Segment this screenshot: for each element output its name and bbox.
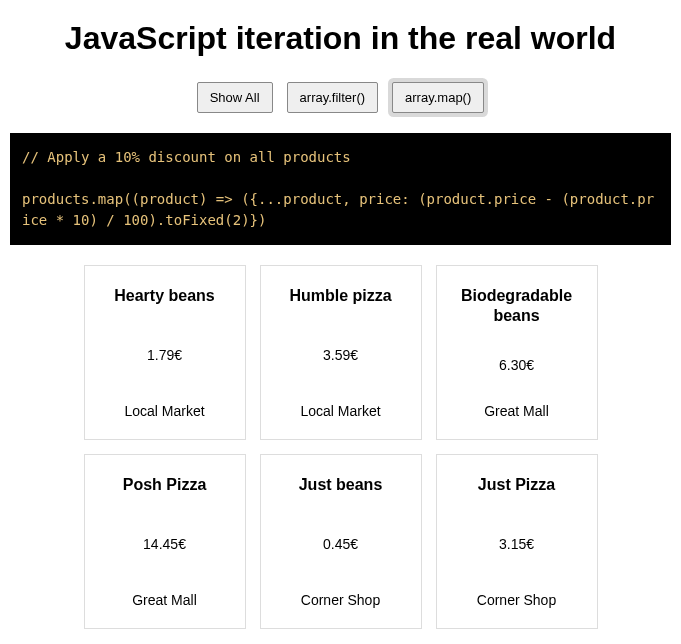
product-name: Humble pizza [289, 286, 391, 306]
product-price: 1.79€ [147, 347, 182, 363]
product-store: Great Mall [132, 592, 197, 608]
show-all-button[interactable]: Show All [197, 82, 273, 113]
product-store: Corner Shop [477, 592, 556, 608]
product-store: Corner Shop [301, 592, 380, 608]
filter-button[interactable]: array.filter() [287, 82, 378, 113]
product-name: Posh Pizza [123, 475, 207, 495]
product-price: 3.59€ [323, 347, 358, 363]
product-price: 0.45€ [323, 536, 358, 552]
product-card: Just beans 0.45€ Corner Shop [260, 454, 422, 629]
product-name: Hearty beans [114, 286, 215, 306]
code-block: // Apply a 10% discount on all products … [10, 133, 671, 245]
product-card: Just Pizza 3.15€ Corner Shop [436, 454, 598, 629]
product-grid: Hearty beans 1.79€ Local Market Humble p… [10, 265, 671, 629]
product-card: Biodegradable beans 6.30€ Great Mall [436, 265, 598, 440]
product-card: Hearty beans 1.79€ Local Market [84, 265, 246, 440]
product-name: Just Pizza [478, 475, 555, 495]
product-store: Great Mall [484, 403, 549, 419]
product-store: Local Market [124, 403, 204, 419]
product-price: 14.45€ [143, 536, 186, 552]
map-button[interactable]: array.map() [392, 82, 484, 113]
product-name: Just beans [299, 475, 383, 495]
product-store: Local Market [300, 403, 380, 419]
product-card: Humble pizza 3.59€ Local Market [260, 265, 422, 440]
product-card: Posh Pizza 14.45€ Great Mall [84, 454, 246, 629]
button-row: Show All array.filter() array.map() [10, 82, 671, 113]
product-price: 3.15€ [499, 536, 534, 552]
page-title: JavaScript iteration in the real world [10, 20, 671, 57]
product-name: Biodegradable beans [447, 286, 587, 326]
product-price: 6.30€ [499, 357, 534, 373]
